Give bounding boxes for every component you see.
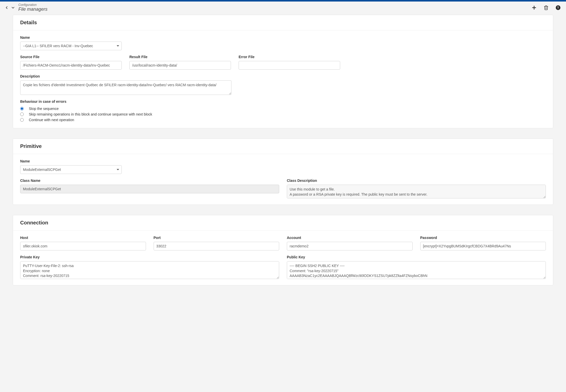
details-panel-title: Details	[13, 15, 553, 30]
primitive-panel-title: Primitive	[13, 139, 553, 154]
behaviour-radio-stop[interactable]: Stop the sequence	[20, 107, 546, 111]
public-key-textarea[interactable]	[287, 261, 546, 279]
breadcrumb: Configuration	[18, 3, 531, 7]
behaviour-radio-skip-input[interactable]	[20, 112, 24, 116]
class-name-label: Class Name	[20, 179, 279, 183]
behaviour-radio-continue-label: Continue with next operation	[29, 118, 74, 122]
class-desc-label: Class Description	[287, 179, 546, 183]
description-textarea[interactable]	[20, 80, 231, 95]
public-key-label: Public Key	[287, 255, 546, 259]
behaviour-radio-skip[interactable]: Skip remaining operations in this block …	[20, 112, 546, 116]
result-file-label: Result File	[129, 55, 231, 59]
private-key-textarea[interactable]	[20, 261, 279, 279]
port-label: Port	[154, 236, 279, 240]
chevron-down-icon[interactable]	[11, 6, 15, 9]
host-label: Host	[20, 236, 146, 240]
behaviour-radio-continue[interactable]: Continue with next operation	[20, 118, 546, 122]
primitive-name-select[interactable]: ModuleExternalSCPGet	[20, 165, 122, 174]
connection-panel-title: Connection	[13, 215, 553, 231]
error-file-input[interactable]	[239, 61, 340, 70]
host-input[interactable]	[20, 242, 146, 250]
account-label: Account	[287, 236, 413, 240]
primitive-name-label: Name	[20, 159, 122, 163]
app-header: Configuration File managers	[0, 2, 566, 15]
error-file-label: Error File	[239, 55, 340, 59]
primitive-panel: Primitive Name ModuleExternalSCPGet Clas…	[13, 138, 553, 205]
result-file-input[interactable]	[129, 61, 231, 70]
behaviour-label: Behaviour in case of errors	[20, 99, 546, 104]
page-title: File managers	[18, 7, 531, 12]
help-icon[interactable]	[555, 5, 561, 10]
trash-icon[interactable]	[544, 5, 549, 10]
password-label: Password	[420, 236, 546, 240]
behaviour-radio-skip-label: Skip remaining operations in this block …	[29, 112, 152, 116]
details-panel: Details Name --GIA L1-- SFILER vers RACM…	[13, 15, 553, 128]
behaviour-radio-stop-label: Stop the sequence	[29, 107, 59, 111]
connection-panel: Connection Host Port Account Password	[13, 215, 553, 285]
source-file-label: Source File	[20, 55, 122, 59]
password-input[interactable]	[420, 242, 546, 250]
behaviour-radio-continue-input[interactable]	[20, 118, 24, 122]
class-desc-textarea[interactable]	[287, 185, 546, 198]
add-icon[interactable]	[531, 5, 537, 10]
description-label: Description	[20, 74, 231, 78]
source-file-input[interactable]	[20, 61, 122, 70]
port-input[interactable]	[154, 242, 279, 250]
private-key-label: Private Key	[20, 255, 279, 259]
account-input[interactable]	[287, 242, 413, 250]
behaviour-radio-stop-input[interactable]	[20, 107, 24, 110]
name-label: Name	[20, 35, 122, 40]
back-icon[interactable]	[5, 6, 9, 9]
name-select[interactable]: --GIA L1-- SFILER vers RACM - Inv-Quebec	[20, 42, 122, 50]
class-name-input	[20, 185, 279, 193]
